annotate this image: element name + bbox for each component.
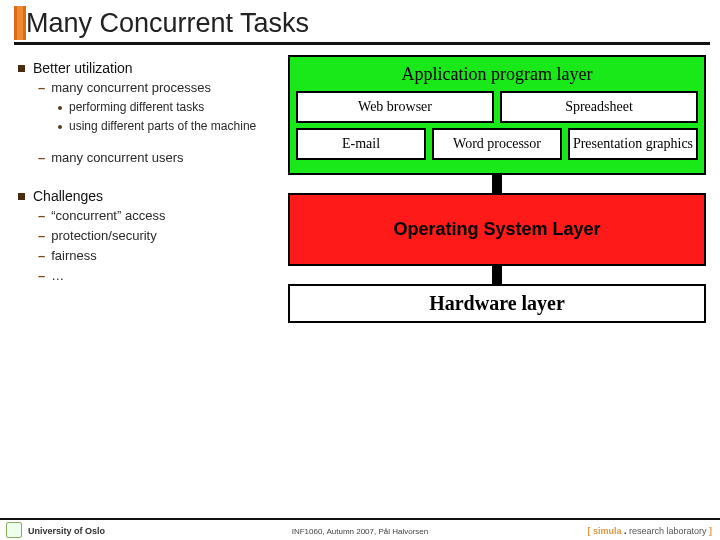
dash-bullet-icon: – (38, 150, 45, 166)
outline-subsub-list: performing different tasks using differe… (58, 100, 278, 134)
app-row-1: Web browser Spreadsheet (296, 91, 698, 123)
dash-bullet-icon: – (38, 208, 45, 224)
os-layer-box: Operating System Layer (288, 193, 706, 266)
outline-subsub-1: performing different tasks (69, 100, 204, 115)
challenge-2: protection/security (51, 228, 157, 243)
footer-right: [ simula . research laboratory ] (587, 526, 712, 536)
application-layer-title: Application program layer (296, 64, 698, 85)
connector-app-os (288, 175, 706, 193)
dot-bullet-icon (58, 125, 62, 129)
dash-bullet-icon: – (38, 80, 45, 96)
app-email: E-mail (296, 128, 426, 160)
outline-sub-processes: – many concurrent processes performing d… (38, 80, 278, 134)
slide-title: Many Concurrent Tasks (14, 6, 710, 40)
bracket-close: ] (707, 526, 713, 536)
connector-line-icon (492, 266, 502, 284)
slide-title-row: Many Concurrent Tasks (14, 6, 710, 46)
connector-line-icon (492, 175, 502, 193)
layers-diagram: Application program layer Web browser Sp… (288, 55, 706, 323)
slide-footer: University of Oslo INF1060, Autumn 2007,… (0, 518, 720, 540)
connector-os-hw (288, 266, 706, 284)
title-accent-bar-inner (17, 6, 23, 40)
outline-sub-label: many concurrent processes (51, 80, 211, 95)
dash-bullet-icon: – (38, 228, 45, 244)
hardware-layer-box: Hardware layer (288, 284, 706, 323)
outline-item-utilization: Better utilization – many concurrent pro… (18, 60, 278, 166)
app-word-processor: Word processor (432, 128, 562, 160)
footer-dot: . (621, 526, 629, 536)
dot-bullet-icon (58, 106, 62, 110)
challenge-3: fairness (51, 248, 97, 263)
footer-lab: research laboratory (629, 526, 707, 536)
outline: Better utilization – many concurrent pro… (18, 56, 278, 288)
dash-bullet-icon: – (38, 248, 45, 264)
dash-bullet-icon: – (38, 268, 45, 284)
app-spreadsheet: Spreadsheet (500, 91, 698, 123)
outline-item-challenges: Challenges – “concurrent” access – prote… (18, 188, 278, 284)
application-layer-box: Application program layer Web browser Sp… (288, 55, 706, 175)
outline-sub-challenges: – “concurrent” access – protection/secur… (38, 208, 278, 284)
challenge-4: … (51, 268, 64, 283)
app-presentation-graphics: Presentation graphics (568, 128, 698, 160)
square-bullet-icon (18, 193, 25, 200)
footer-simula: simula (593, 526, 622, 536)
challenge-1: “concurrent” access (51, 208, 165, 223)
outline-subsub-2: using different parts of the machine (69, 119, 256, 134)
outline-sub-label: many concurrent users (51, 150, 183, 165)
square-bullet-icon (18, 65, 25, 72)
outline-item-label: Better utilization (33, 60, 133, 76)
app-row-2: E-mail Word processor Presentation graph… (296, 128, 698, 160)
app-web-browser: Web browser (296, 91, 494, 123)
outline-sub-users: – many concurrent users (38, 150, 278, 166)
outline-item-label: Challenges (33, 188, 103, 204)
title-underline (14, 42, 710, 45)
